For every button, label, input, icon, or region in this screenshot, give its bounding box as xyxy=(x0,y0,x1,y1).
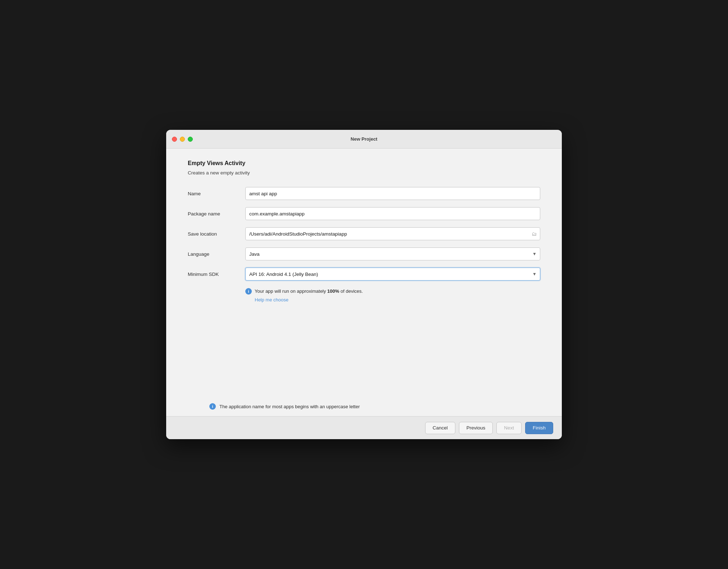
name-label: Name xyxy=(188,191,245,196)
minimum-sdk-row: Minimum SDK API 16: Android 4.1 (Jelly B… xyxy=(188,268,540,281)
section-subtitle: Creates a new empty activity xyxy=(188,170,540,176)
language-select-wrapper: Java Kotlin ▼ xyxy=(245,247,540,260)
title-bar: New Project xyxy=(166,130,562,149)
previous-button[interactable]: Previous xyxy=(459,422,493,434)
language-label: Language xyxy=(188,251,245,257)
help-me-choose-link[interactable]: Help me choose xyxy=(255,297,288,302)
name-input[interactable] xyxy=(245,187,540,200)
save-location-input[interactable] xyxy=(245,227,540,240)
package-name-row: Package name xyxy=(188,207,540,220)
info-text: Your app will run on approximately 100% … xyxy=(255,288,363,295)
package-name-input[interactable] xyxy=(245,207,540,220)
name-row: Name xyxy=(188,187,540,200)
minimize-button[interactable] xyxy=(180,137,185,142)
sdk-info-section: i Your app will run on approximately 100… xyxy=(245,288,540,303)
minimum-sdk-select-wrapper: API 16: Android 4.1 (Jelly Bean) API 21:… xyxy=(245,268,540,281)
warning-text: The application name for most apps begin… xyxy=(219,404,360,409)
main-content: Empty Views Activity Creates a new empty… xyxy=(166,149,562,416)
minimum-sdk-label: Minimum SDK xyxy=(188,272,245,277)
finish-button[interactable]: Finish xyxy=(525,422,553,434)
language-row: Language Java Kotlin ▼ xyxy=(188,247,540,260)
warning-icon: i xyxy=(209,403,216,410)
cancel-button[interactable]: Cancel xyxy=(425,422,455,434)
save-location-wrapper: 🗂 xyxy=(245,227,540,240)
info-row: i Your app will run on approximately 100… xyxy=(245,288,540,295)
info-text-after: of devices. xyxy=(339,288,363,294)
close-button[interactable] xyxy=(172,137,177,142)
info-bold: 100% xyxy=(327,288,339,294)
form-area: Name Package name Save location 🗂 Langua… xyxy=(188,187,540,397)
traffic-lights xyxy=(172,137,193,142)
info-icon: i xyxy=(245,288,252,295)
section-title: Empty Views Activity xyxy=(188,160,540,167)
save-location-row: Save location 🗂 xyxy=(188,227,540,240)
minimum-sdk-select[interactable]: API 16: Android 4.1 (Jelly Bean) API 21:… xyxy=(245,268,540,281)
footer: Cancel Previous Next Finish xyxy=(166,416,562,439)
language-select[interactable]: Java Kotlin xyxy=(245,247,540,260)
main-window: New Project Empty Views Activity Creates… xyxy=(166,130,562,439)
maximize-button[interactable] xyxy=(188,137,193,142)
package-name-label: Package name xyxy=(188,211,245,217)
save-location-label: Save location xyxy=(188,231,245,237)
info-text-before: Your app will run on approximately xyxy=(255,288,327,294)
bottom-warning: i The application name for most apps beg… xyxy=(188,397,540,416)
next-button[interactable]: Next xyxy=(496,422,522,434)
window-title: New Project xyxy=(351,136,377,142)
folder-icon[interactable]: 🗂 xyxy=(532,231,537,237)
